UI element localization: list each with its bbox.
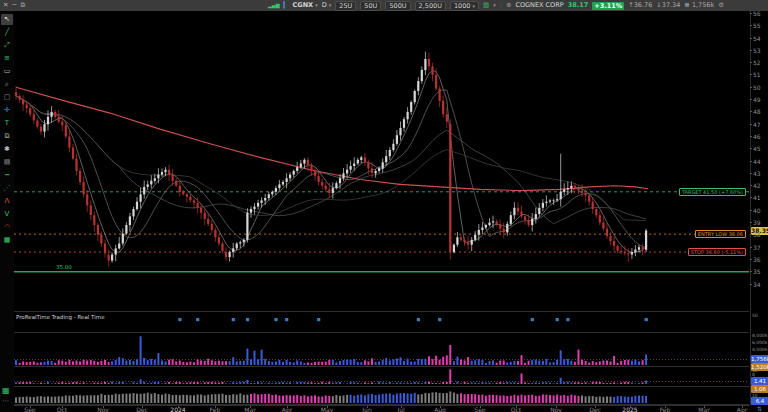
axis-month-label: Oct	[57, 406, 67, 412]
price-tick-label: 40	[753, 207, 761, 214]
platform-watermark: ProRealTime Trading - Real Time	[16, 314, 105, 320]
duplicate-tool[interactable]: ⧉	[1, 131, 13, 142]
compare-icon[interactable]: ⊕	[506, 0, 511, 11]
panel-axis-tick: 8,000k	[752, 333, 768, 338]
settings-tool[interactable]: ✱	[1, 144, 13, 155]
price-tick-label: 53	[753, 47, 761, 54]
text-tool[interactable]: T	[1, 118, 13, 129]
panel-axis-tick: 50	[752, 313, 758, 318]
axis-month-label: Sep	[474, 406, 485, 412]
axis-month-label: Aug	[434, 406, 446, 412]
price-tick-label: 36	[753, 256, 761, 263]
target-order-label[interactable]: TARGET 41.50 (+7.60%)	[679, 188, 746, 196]
price-tick-label: 44	[753, 158, 761, 165]
window-minimize-icon[interactable]: ─	[12, 0, 16, 11]
qty-button-3[interactable]: 500U	[385, 1, 410, 11]
volatility-histogram	[15, 391, 647, 403]
axis-month-label: May	[321, 406, 333, 412]
price-tick-label: 47	[753, 121, 761, 128]
indicator-panels-canvas[interactable]	[14, 310, 749, 405]
axis-month-label: 2024	[170, 406, 185, 412]
axis-month-label: Dec	[589, 406, 601, 412]
fib-retracement-tool[interactable]: ≡	[1, 53, 13, 64]
session-high: ↓37.34	[656, 0, 680, 11]
crosshair-tool[interactable]: ✛	[1, 105, 13, 116]
session-low: ↑36.76	[628, 0, 652, 11]
scale-adjust-icon[interactable]: ⇅	[757, 405, 762, 412]
axis-month-label: Mar	[698, 406, 709, 412]
price-tick-label: 45	[753, 145, 761, 152]
time-axis[interactable]: SepOctNovDec2024FebMarAprMayJunJulAugSep…	[14, 405, 750, 412]
trading-platform-window: ✕ ─ ⧉ ▂▄▆ ▎ CGNX ▾ D ▾ 25U 50U 500U 2,50…	[0, 0, 768, 412]
entry-order-label[interactable]: ENTRY LOW 38.06	[695, 230, 746, 238]
axis-month-label: Apr	[282, 406, 292, 412]
axis-month-label: Nov	[550, 406, 562, 412]
price-tick-label: 46	[753, 133, 761, 140]
price-chart-canvas[interactable]	[14, 11, 749, 310]
price-tick-label: 49	[753, 96, 761, 103]
zoom-tool[interactable]: ⌕	[1, 79, 13, 90]
toolbar-divider: |	[500, 0, 502, 11]
axis-month-label: Nov	[97, 406, 109, 412]
chart-type-caret[interactable]: ▾	[493, 0, 496, 11]
qty-button-4[interactable]: 2,500U	[415, 1, 446, 11]
chart-type-icon[interactable]: ▥	[483, 0, 489, 11]
settings-gear-icon[interactable]: ⚙	[718, 0, 724, 11]
price-axis[interactable]: 38.35 5655545352515049484746454443424140…	[750, 11, 768, 405]
dotted-line-tool[interactable]: ┅	[1, 170, 13, 181]
axis-month-label: Apr	[737, 406, 747, 412]
order-size-selector[interactable]: 1000 ▾	[450, 1, 479, 11]
price-tick-label: 35	[753, 268, 761, 275]
window-controls: ✕ ─ ⧉	[3, 0, 25, 11]
instrument-name: COGNEX CORP	[515, 0, 563, 11]
pointer-tool[interactable]: ↖	[1, 14, 13, 25]
ray-tool[interactable]: ⤢	[1, 40, 13, 51]
axis-month-label: Jun	[362, 406, 371, 412]
axis-month-label: Mar	[244, 406, 255, 412]
axis-month-label: Sep	[24, 406, 35, 412]
axis-month-label: Dec	[136, 406, 148, 412]
price-tick-label: 56	[753, 10, 761, 17]
stop-order-label[interactable]: STOP 36.60 (-5.11%)	[688, 248, 746, 256]
price-tick-label: 34	[753, 281, 761, 288]
qty-button-2[interactable]: 50U	[360, 1, 381, 11]
price-tick-label: 39	[753, 219, 761, 226]
axis-month-label: Feb	[210, 406, 221, 412]
layout-grid-icon[interactable]: ▦	[2, 386, 10, 395]
rectangle-tool[interactable]: ▭	[1, 66, 13, 77]
more-tools-icon[interactable]: ⋯	[2, 397, 9, 405]
drawing-toolbar: ↖╱⤢≡▭⌕▢✛T⧉✱▤┅⋰ΛV◠▦	[0, 11, 15, 412]
price-tick-label: 51	[753, 71, 761, 78]
trendline-tool[interactable]: ╱	[1, 27, 13, 38]
price-tick-label: 38	[753, 231, 761, 238]
axis-month-label: Oct	[511, 406, 521, 412]
axis-month-label: Feb	[660, 406, 671, 412]
symbol-selector[interactable]: CGNX ▾	[293, 0, 318, 11]
window-restore-icon[interactable]: ⧉	[20, 0, 25, 11]
price-tick-label: 48	[753, 108, 761, 115]
window-close-icon[interactable]: ✕	[3, 0, 8, 11]
price-tick-label: 54	[753, 35, 761, 42]
fib-grid-tool[interactable]: ▦	[1, 235, 13, 246]
gray-moving-averages	[16, 70, 646, 252]
parallel-lines-tool[interactable]: ⋰	[1, 183, 13, 194]
panel-axis-tick: 6,000k	[752, 340, 768, 345]
volatility-last-badge: 6.4	[751, 397, 768, 405]
oscillator-histogram	[14, 369, 749, 384]
last-price: 38.17	[568, 0, 589, 11]
oscillator-last-badge: 1.41	[751, 377, 768, 385]
panel-axis-tick: 4,000k	[752, 347, 768, 352]
eraser-tool[interactable]: ▤	[1, 157, 13, 168]
interval-selector[interactable]: D ▾	[322, 0, 332, 11]
trade-level-lines[interactable]	[14, 192, 749, 272]
axis-month-label: 2025	[622, 406, 637, 412]
pattern-tool[interactable]: V	[1, 209, 13, 220]
price-tick-label: 50	[753, 84, 761, 91]
volume-histogram	[14, 336, 749, 365]
screenshot-tool[interactable]: ▢	[1, 92, 13, 103]
arc-tool[interactable]: ◠	[1, 222, 13, 233]
qty-button-1[interactable]: 25U	[335, 1, 356, 11]
support-level-label: 35.00	[56, 264, 72, 270]
zigzag-tool[interactable]: Λ	[1, 196, 13, 207]
price-tick-label: 52	[753, 59, 761, 66]
